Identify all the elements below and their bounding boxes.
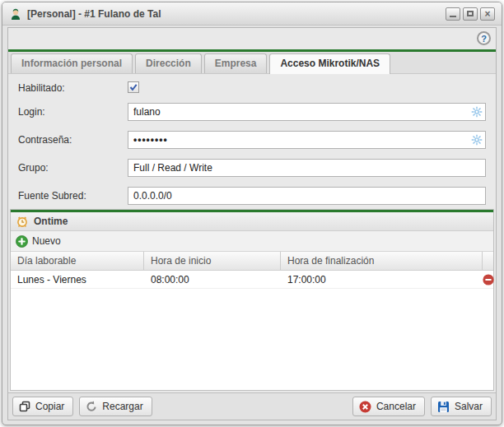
recargar-button[interactable]: Recargar [79,397,152,416]
close-icon: × [484,9,490,19]
tab-informacion-personal[interactable]: Información personal [11,53,133,73]
habilitado-label: Habilitado: [18,82,128,94]
clock-icon [16,215,29,228]
nuevo-button[interactable]: Nuevo [16,231,61,251]
footer-toolbar: Copiar Recargar Cancelar [8,392,496,420]
cell-dia-laborable: Lunes - Viernes [11,274,144,285]
cell-hora-finalizacion: 17:00:00 [281,274,483,285]
check-icon [128,82,138,92]
delete-row-button[interactable] [483,274,494,285]
close-button[interactable]: × [480,7,495,21]
ontime-panel: Ontime Nuevo Día laborable Hora de ini [10,209,494,391]
nuevo-label: Nuevo [32,235,61,247]
generate-password-icon[interactable] [471,134,483,146]
ontime-title: Ontime [34,216,68,227]
top-toolbar: ? [8,28,496,49]
tab-bar: Información personal Dirección Empresa A… [8,52,496,74]
tab-direccion[interactable]: Dirección [135,53,202,73]
grupo-label: Grupo: [18,162,128,174]
password-input[interactable] [128,131,486,149]
column-header-hora-finalizacion[interactable]: Hora de finalización [281,252,483,270]
cancel-icon [359,401,371,413]
table-row[interactable]: Lunes - Viernes 08:00:00 17:00:00 [11,271,493,289]
grupo-input[interactable] [128,159,486,177]
login-label: Login: [18,106,128,118]
cancelar-button[interactable]: Cancelar [352,397,425,416]
tab-panel-body: Habilitado: Login: [8,74,496,392]
salvar-label: Salvar [455,401,483,412]
subred-label: Fuente Subred: [18,190,128,202]
plus-icon [16,235,28,248]
recargar-label: Recargar [102,401,142,412]
window-body: ? Información personal Dirección Empresa… [7,27,497,420]
minimize-button[interactable] [446,7,460,21]
save-icon [437,401,450,413]
column-header-dia-laborable[interactable]: Día laborable [11,252,144,270]
copiar-button[interactable]: Copiar [12,397,73,416]
salvar-button[interactable]: Salvar [431,397,492,416]
login-input[interactable] [128,103,486,121]
person-icon [9,7,22,21]
reload-icon [86,401,97,412]
cell-hora-inicio: 08:00:00 [144,274,281,285]
window-title: [Personal] - #1 Fulano de Tal [27,8,441,20]
window-controls: × [446,7,495,21]
tab-acceso-mikrotik-nas[interactable]: Acceso Mikrotik/NAS [269,53,390,74]
cancelar-label: Cancelar [376,401,416,412]
title-bar: [Personal] - #1 Fulano de Tal × [2,2,502,26]
remove-icon [483,274,494,285]
maximize-icon [467,11,474,16]
habilitado-checkbox[interactable] [128,81,139,93]
subred-input[interactable] [128,187,486,205]
tab-empresa[interactable]: Empresa [204,53,268,73]
copy-icon [19,401,30,412]
access-form: Habilitado: Login: [8,74,496,205]
ontime-header: Ontime [11,212,493,231]
column-header-actions [483,252,493,270]
ontime-toolbar: Nuevo [11,231,493,252]
grid-header: Día laborable Hora de inicio Hora de fin… [11,252,493,271]
grid-empty-area [11,289,493,390]
dialog-window: [Personal] - #1 Fulano de Tal × ? Inform… [2,2,502,425]
password-label: Contraseña: [18,134,128,146]
help-icon[interactable]: ? [477,31,491,45]
maximize-button[interactable] [463,7,478,21]
copiar-label: Copiar [35,401,64,412]
generate-login-icon[interactable] [471,106,483,118]
minimize-icon [450,16,456,17]
column-header-hora-inicio[interactable]: Hora de inicio [144,252,281,270]
